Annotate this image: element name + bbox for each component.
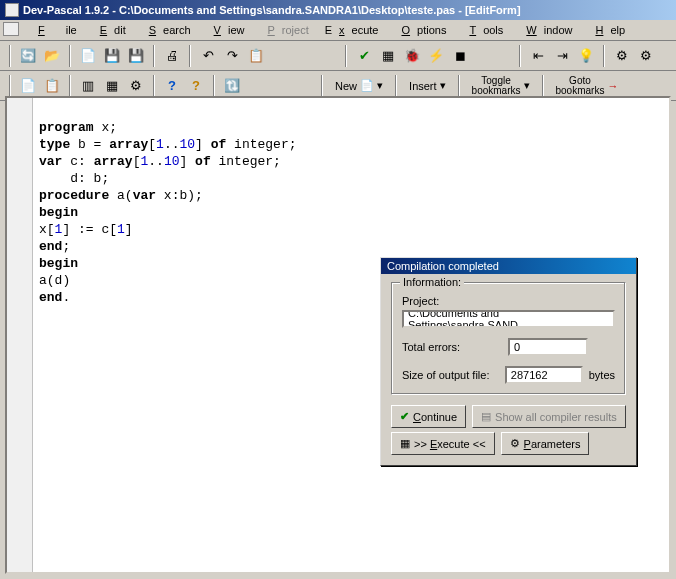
indent-right-icon[interactable]: ⇥ <box>551 45 573 67</box>
indent-left-icon[interactable]: ⇤ <box>527 45 549 67</box>
menu-view[interactable]: View <box>200 22 252 38</box>
new-button[interactable]: New 📄 ▾ <box>329 74 389 98</box>
refresh-icon[interactable]: 🔃 <box>221 75 243 97</box>
app-icon <box>5 3 19 17</box>
menu-file[interactable]: File <box>24 22 84 38</box>
check-icon: ✔ <box>400 410 409 423</box>
menu-help[interactable]: Help <box>581 22 632 38</box>
run-lightning-icon[interactable]: ⚡ <box>425 45 447 67</box>
page-icon[interactable]: 📄 <box>17 75 39 97</box>
menu-search[interactable]: Search <box>135 22 198 38</box>
tb-icon-2[interactable]: ▦ <box>101 75 123 97</box>
show-all-results-button[interactable]: ▤ Show all compiler results <box>472 405 626 428</box>
tool-b-icon[interactable]: ⚙ <box>635 45 657 67</box>
toolbar-1: 🔄 📂 📄 💾 💾 🖨 ↶ ↷ 📋 ✔ ▦ 🐞 ⚡ ◼ ⇤ ⇥ 💡 ⚙ ⚙ <box>0 41 676 71</box>
goto-bookmarks-button[interactable]: Gotobookmarks → <box>550 74 625 98</box>
paste-icon[interactable]: 📋 <box>245 45 267 67</box>
list-icon: ▤ <box>481 410 491 423</box>
menu-window[interactable]: Window <box>512 22 579 38</box>
continue-button[interactable]: ✔ Continue <box>391 405 466 428</box>
print-icon[interactable]: 🖨 <box>161 45 183 67</box>
project-label: Project: <box>402 295 615 307</box>
new-file-icon[interactable]: 📄 <box>77 45 99 67</box>
tb-icon-3[interactable]: ⚙ <box>125 75 147 97</box>
help-icon[interactable]: ? <box>161 75 183 97</box>
context-help-icon[interactable]: ? <box>185 75 207 97</box>
debug-icon[interactable]: 🐞 <box>401 45 423 67</box>
insert-button[interactable]: Insert ▾ <box>403 74 452 98</box>
window-title: Dev-Pascal 1.9.2 - C:\Documents and Sett… <box>23 4 521 16</box>
open-folder-icon[interactable]: 📂 <box>41 45 63 67</box>
size-unit: bytes <box>589 369 615 381</box>
build-icon[interactable]: ▦ <box>377 45 399 67</box>
compile-check-icon[interactable]: ✔ <box>353 45 375 67</box>
undo-icon[interactable]: ↶ <box>197 45 219 67</box>
errors-label: Total errors: <box>402 341 502 353</box>
tool-a-icon[interactable]: ⚙ <box>611 45 633 67</box>
menu-bar: File Edit Search View Project Execute Op… <box>0 20 676 41</box>
information-group: Information: Project: C:\Documents and S… <box>391 282 626 395</box>
project-path-field: C:\Documents and Settings\sandra.SAND <box>402 310 615 328</box>
size-value-field: 287162 <box>505 366 583 384</box>
reload-icon[interactable]: 🔄 <box>17 45 39 67</box>
menu-execute[interactable]: Execute <box>318 22 386 38</box>
size-label: Size of output file: <box>402 369 499 381</box>
stop-icon[interactable]: ◼ <box>449 45 471 67</box>
dialog-title: Compilation completed <box>381 258 636 274</box>
menu-edit[interactable]: Edit <box>86 22 133 38</box>
menu-project: Project <box>253 22 315 38</box>
gears-icon: ⚙ <box>510 437 520 450</box>
title-bar: Dev-Pascal 1.9.2 - C:\Documents and Sett… <box>0 0 676 20</box>
bulb-icon[interactable]: 💡 <box>575 45 597 67</box>
editor-gutter <box>7 98 33 572</box>
menu-options[interactable]: Options <box>387 22 453 38</box>
notes-icon[interactable]: 📋 <box>41 75 63 97</box>
parameters-button[interactable]: ⚙ Parameters <box>501 432 590 455</box>
doc-icon <box>3 22 19 36</box>
menu-tools[interactable]: Tools <box>455 22 510 38</box>
save-red-icon[interactable]: 💾 <box>125 45 147 67</box>
execute-button[interactable]: ▦ >> Execute << <box>391 432 495 455</box>
redo-icon[interactable]: ↷ <box>221 45 243 67</box>
toggle-bookmarks-button[interactable]: Togglebookmarks ▾ <box>466 74 536 98</box>
execute-icon: ▦ <box>400 437 410 450</box>
tb-icon-1[interactable]: ▥ <box>77 75 99 97</box>
information-legend: Information: <box>400 276 464 288</box>
save-icon[interactable]: 💾 <box>101 45 123 67</box>
compilation-dialog: Compilation completed Information: Proje… <box>380 257 637 466</box>
errors-value-field: 0 <box>508 338 588 356</box>
